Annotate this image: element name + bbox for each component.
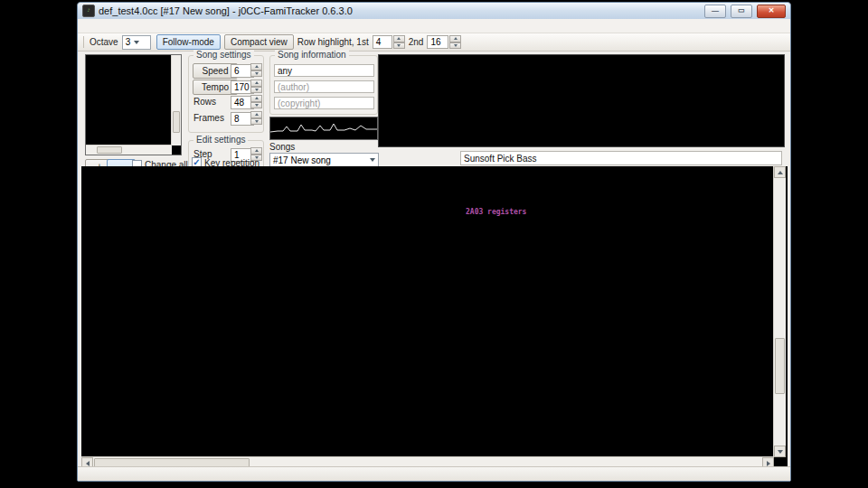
pattern-editor[interactable]: 2A03 registers <box>81 166 788 468</box>
upper-panel: + - Change all Song settings Speed 6 Tem… <box>78 52 790 170</box>
app-window: ♪ def_test4.0cc [#17 New song] - j0CC-Fa… <box>77 2 791 482</box>
edit-settings-title: Edit settings <box>193 135 248 145</box>
frames-spinner[interactable] <box>250 111 262 125</box>
songs-selected-value: #17 New song <box>273 155 331 165</box>
chevron-down-icon <box>134 41 139 44</box>
title-bar[interactable]: ♪ def_test4.0cc [#17 New song] - j0CC-Fa… <box>78 3 790 19</box>
pattern-vscrollbar[interactable] <box>773 166 786 457</box>
octave-value: 3 <box>126 37 131 47</box>
registers-title: 2A03 registers <box>466 208 773 217</box>
octave-select[interactable]: 3 <box>122 35 151 50</box>
frame-editor-vscrollbar[interactable] <box>171 55 181 145</box>
app-icon: ♪ <box>82 5 95 17</box>
rows-label: Rows <box>193 97 216 107</box>
row-highlight-label: Row highlight, 1st <box>297 37 369 47</box>
follow-mode-button[interactable]: Follow-mode <box>156 34 221 50</box>
frame-editor-hscrollbar[interactable] <box>86 145 172 155</box>
song-copyright-input[interactable] <box>274 97 374 109</box>
minimize-button[interactable]: — <box>704 5 726 18</box>
close-button[interactable]: ✕ <box>757 5 786 18</box>
row-highlight-2nd-input[interactable]: 16 <box>427 35 448 49</box>
chevron-down-icon <box>370 158 375 162</box>
rows-spinner[interactable] <box>250 95 262 108</box>
song-author-input[interactable] <box>274 80 374 93</box>
pattern-rows[interactable] <box>81 188 517 459</box>
desktop: { "window": { "title": "def_test4.0cc [#… <box>0 0 868 488</box>
toolbar: Octave 3 Follow-mode Compact view Row hi… <box>78 33 790 52</box>
song-settings-group: Song settings Speed 6 Tempo 170 Rows 48 … <box>188 55 264 133</box>
maximize-button[interactable]: ▭ <box>731 5 752 18</box>
song-title-input[interactable] <box>274 64 374 77</box>
registers-panel: 2A03 registers <box>466 208 773 217</box>
song-information-group: Song information <box>269 55 378 115</box>
songs-select[interactable]: #17 New song <box>269 153 379 167</box>
status-bar <box>78 466 790 481</box>
row-highlight-1st-spinner[interactable] <box>393 35 405 49</box>
row-highlight-2nd-spinner[interactable] <box>449 35 461 49</box>
instrument-list[interactable] <box>378 54 785 147</box>
separator <box>83 36 84 48</box>
speed-spinner[interactable] <box>250 63 262 77</box>
song-information-title: Song information <box>275 50 349 60</box>
menu-bar <box>78 19 790 33</box>
instrument-name-input[interactable] <box>460 151 782 165</box>
second-label: 2nd <box>409 37 424 47</box>
songs-label: Songs <box>269 142 295 152</box>
frames-label: Frames <box>193 113 224 123</box>
frame-editor[interactable] <box>85 54 182 155</box>
window-title: def_test4.0cc [#17 New song] - j0CC-Fami… <box>99 5 700 16</box>
row-highlight-1st-input[interactable]: 4 <box>373 35 392 49</box>
oscilloscope <box>269 117 378 140</box>
compact-view-button[interactable]: Compact view <box>224 34 294 50</box>
song-settings-title: Song settings <box>193 50 254 60</box>
octave-label: Octave <box>90 37 118 47</box>
tempo-spinner[interactable] <box>250 80 262 93</box>
